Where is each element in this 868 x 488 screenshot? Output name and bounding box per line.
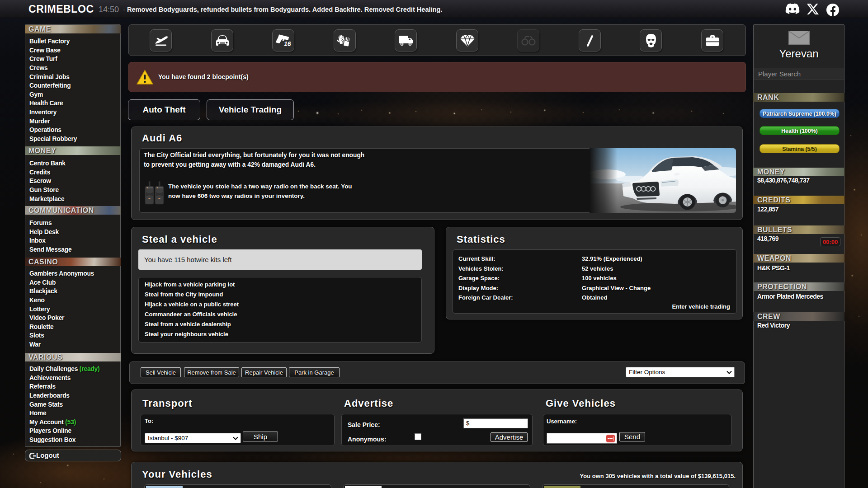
svg-text:16: 16 bbox=[284, 40, 291, 47]
